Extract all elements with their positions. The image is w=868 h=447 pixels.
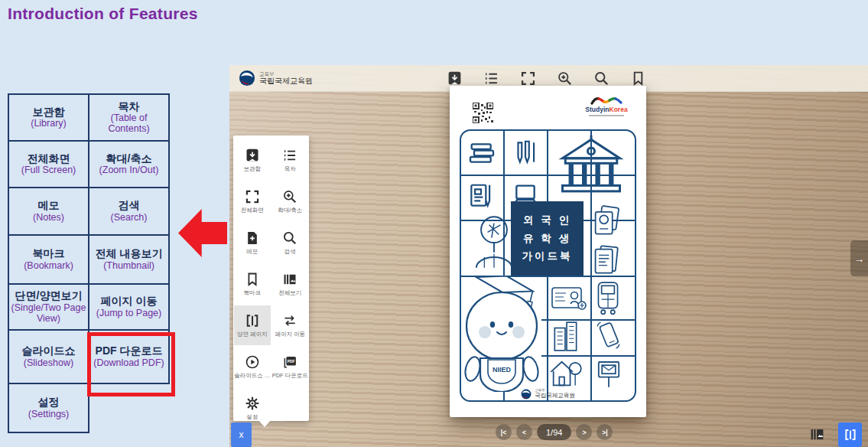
studyinkorea-text: StudyinKorea: [585, 106, 627, 113]
menu-label: 확대/축소: [278, 207, 302, 214]
next-page-button[interactable]: >: [576, 424, 592, 440]
feature-ko: 목차: [119, 101, 140, 113]
pdf-icon: PDF: [282, 354, 297, 370]
menu-label: 전체화면: [241, 207, 264, 214]
feature-cell-settings: 설정 (Settings): [8, 383, 89, 433]
two-page-view-button[interactable]: [838, 423, 862, 447]
menu-label: 메모: [246, 248, 258, 256]
feature-en: (Single/Two Page View): [10, 302, 87, 324]
thumbnail-view-button[interactable]: [809, 426, 825, 442]
feature-ko: 확대/축소: [106, 153, 152, 165]
book-cover-page: StudyinKorea: [450, 86, 646, 417]
menu-label: 보관함: [244, 165, 262, 173]
menu-label: 검색: [284, 248, 296, 256]
menu-item-note[interactable]: 메모: [234, 223, 271, 263]
menu-label: 슬라이드쇼 …: [234, 372, 270, 380]
feature-ko: 보관함: [33, 106, 65, 119]
menu-item-fullscreen[interactable]: 전체화면: [234, 181, 271, 221]
feature-en: (Jump to Page): [96, 308, 161, 318]
feature-ko: 북마크: [33, 248, 65, 260]
menu-label: 페이지 이동: [275, 331, 305, 338]
fullscreen-icon: [520, 70, 536, 86]
cover-title-block: 외 국 인 유 학 생 가이드북: [511, 201, 584, 276]
menu-item-thumbnail[interactable]: 전체보기: [272, 264, 309, 304]
menu-item-jump[interactable]: 페이지 이동: [272, 305, 309, 345]
menu-item-zoom[interactable]: 확대/축소: [272, 181, 309, 221]
toolbar-bookmark-button[interactable]: [630, 70, 646, 86]
feature-cell-jump: 페이지 이동 (Jump to Page): [88, 283, 170, 331]
phone-icon: [595, 320, 623, 351]
menu-item-bookmark[interactable]: 북마크: [234, 264, 271, 304]
feature-en: (Notes): [33, 212, 64, 223]
feature-ko: 전체화면: [28, 153, 70, 165]
library-icon: [447, 70, 463, 86]
toolbar-zoom-button[interactable]: [557, 70, 573, 86]
toolbar-search-button[interactable]: [593, 70, 610, 86]
studyinkorea-logo: StudyinKorea: [578, 95, 635, 116]
ebook-viewer: 교육부 국립국제교육원: [229, 65, 868, 447]
government-logo-icon: [239, 70, 255, 86]
bookmark-icon: [245, 272, 260, 287]
two-page-icon: [844, 428, 857, 442]
menu-item-library[interactable]: 보관함: [234, 140, 271, 180]
feature-cell-thumbnail: 전체 내용보기 (Thumbnail): [88, 234, 170, 285]
red-arrow: [178, 209, 227, 257]
slideshow-icon: [245, 354, 260, 370]
feature-en: (Zoom In/Out): [99, 165, 159, 175]
qr-code: [473, 103, 493, 123]
feature-cell-notes: 메모 (Notes): [8, 187, 89, 236]
first-page-button[interactable]: |<: [496, 424, 512, 440]
feature-ko: 페이지 이동: [101, 295, 158, 308]
feature-ko: 슬라이드쇼: [22, 345, 76, 357]
last-page-button[interactable]: >|: [597, 424, 613, 440]
feature-cell-pageview: 단면/양면보기 (Single/Two Page View): [8, 283, 89, 331]
train-icon: [593, 280, 623, 315]
page: Introduction of Features 보관함 (Library) 목…: [0, 0, 868, 447]
search-icon: [593, 70, 610, 86]
feature-cell-library: 보관함 (Library): [8, 93, 89, 142]
toolbar-fullscreen-button[interactable]: [520, 70, 536, 86]
page-indicator: 1/94: [537, 424, 571, 440]
studyinkorea-tagline: [589, 115, 624, 116]
menu-label: PDF 다운로드: [272, 372, 308, 380]
menu-item-toc[interactable]: 목차: [272, 140, 309, 180]
notebook-icon: [467, 179, 496, 213]
feature-ko: 전체 내용보기: [96, 248, 163, 260]
prev-page-button[interactable]: <: [516, 424, 532, 440]
next-page-edge-button[interactable]: →: [850, 240, 868, 276]
menu-panel-tail: [258, 420, 271, 427]
feature-cell-search: 검색 (Search): [88, 187, 170, 236]
feature-ko: 설정: [38, 396, 60, 409]
menu-label: 양면 페이지: [237, 331, 268, 338]
jump-page-icon: [282, 313, 297, 328]
document-cv-icon: [593, 245, 619, 276]
bookmark-icon: [630, 70, 646, 86]
feature-en: (Full Screen): [21, 165, 76, 175]
logo-dept: 교육부: [259, 71, 313, 77]
toolbar-library-button[interactable]: [447, 70, 463, 86]
menu-item-two-page[interactable]: 양면 페이지: [234, 305, 271, 345]
feature-cell-toc: 목차 (Table of Contents): [88, 93, 170, 142]
books-icon: [467, 138, 497, 168]
feature-en: (Settings): [28, 409, 70, 419]
search-icon: [282, 230, 297, 246]
location-plane-icon: [473, 213, 515, 271]
menu-item-slideshow[interactable]: 슬라이드쇼 …: [234, 347, 271, 387]
fullscreen-icon: [245, 189, 260, 204]
feature-ko: 단면/양면보기: [15, 290, 83, 302]
menu-label: 목차: [284, 165, 296, 173]
buildings-icon: [551, 320, 581, 352]
toolbar-toc-button[interactable]: [483, 70, 499, 86]
niied-logo: 교육부 국립국제교육원: [239, 70, 313, 86]
svg-text:NIIED: NIIED: [493, 366, 512, 374]
feature-en: (Thumbnail): [103, 260, 154, 271]
menu-item-download-pdf[interactable]: PDF PDF 다운로드: [272, 347, 309, 387]
menu-item-search[interactable]: 검색: [272, 223, 309, 263]
house-icon: [548, 357, 583, 389]
feature-en: (Library): [31, 118, 67, 129]
studyinkorea-swoosh-icon: [590, 95, 623, 106]
viewer-menu-panel: 보관함 목차 전체화면 확대/축소 메모 검색: [233, 135, 309, 421]
menu-close-button[interactable]: x: [231, 423, 252, 447]
feature-en: (Table of Contents): [90, 113, 167, 134]
library-icon: [245, 148, 260, 163]
